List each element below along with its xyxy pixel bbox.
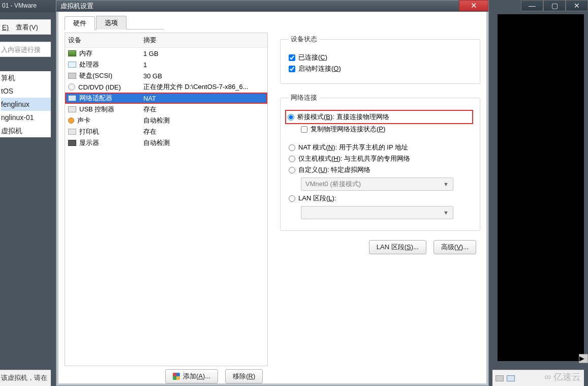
radio-lan-segment[interactable]: LAN 区段(L): xyxy=(289,194,472,203)
chevron-down-icon: ▼ xyxy=(443,181,449,187)
vm-tree[interactable]: 算机 tOS fenglinux nglinux-01 虚拟机 xyxy=(0,71,51,137)
radio-bridged-input[interactable] xyxy=(288,114,294,121)
vm-settings-dialog: 虚拟机设置 ✕ 硬件 选项 设备 摘要 内存 1 GB xyxy=(56,0,489,386)
radio-host-only[interactable]: 仅主机模式(H): 与主机共享的专用网络 xyxy=(289,154,472,163)
parent-close-button[interactable]: ✕ xyxy=(566,0,588,11)
disk-icon xyxy=(68,73,76,79)
status-bar-left: 该虚拟机，请在 xyxy=(0,370,51,386)
advanced-button[interactable]: 高级(V)... xyxy=(434,240,476,254)
tree-item[interactable]: 算机 xyxy=(1,71,51,84)
checkbox-connect-at-power-on-input[interactable] xyxy=(289,66,295,72)
parent-window-title: 01 - VMware xyxy=(0,0,56,12)
parent-menu-bar[interactable]: E) 查看(V) xyxy=(0,19,51,35)
radio-nat[interactable]: NAT 模式(N): 用于共享主机的 IP 地址 xyxy=(289,143,472,152)
uac-shield-icon xyxy=(173,373,180,380)
memory-icon xyxy=(68,50,76,56)
network-connection-legend: 网络连接 xyxy=(289,93,319,102)
device-row-sound[interactable]: 声卡 自动检测 xyxy=(65,115,267,126)
tree-item[interactable]: nglinux-01 xyxy=(1,111,51,124)
device-row-printer[interactable]: 打印机 存在 xyxy=(65,126,267,137)
disk-icon xyxy=(496,375,504,381)
net-icon xyxy=(507,375,515,381)
usb-icon xyxy=(68,106,76,112)
watermark: ∞ 亿速云 xyxy=(544,371,581,383)
tab-hardware[interactable]: 硬件 xyxy=(65,16,95,30)
radio-host-only-input[interactable] xyxy=(289,156,295,162)
sound-icon xyxy=(68,117,74,124)
radio-bridged[interactable]: 桥接模式(B): 直接连接物理网络 xyxy=(287,111,472,123)
device-status-group: 设备状态 已连接(C) 启动时连接(O) xyxy=(280,35,480,84)
device-list[interactable]: 设备 摘要 内存 1 GB 处理器 1 硬盘(SCSI) 30 GB xyxy=(65,33,268,366)
tree-item[interactable]: 虚拟机 xyxy=(1,124,51,137)
search-input[interactable]: 入内容进行搜 xyxy=(0,42,51,57)
custom-vmnet-select: VMnet0 (桥接模式) ▼ xyxy=(301,177,453,191)
device-list-header: 设备 摘要 xyxy=(65,33,267,48)
header-summary: 摘要 xyxy=(140,33,267,47)
printer-icon xyxy=(68,129,76,135)
dialog-close-button[interactable]: ✕ xyxy=(459,0,488,11)
radio-nat-input[interactable] xyxy=(289,144,295,151)
vm-console-area: ▶ xyxy=(498,14,584,361)
cd-icon xyxy=(68,83,75,91)
lan-segments-button[interactable]: LAN 区段(S)... xyxy=(369,240,426,254)
minimize-button[interactable]: — xyxy=(521,0,543,11)
checkbox-connected-input[interactable] xyxy=(289,54,295,61)
header-device: 设备 xyxy=(65,33,140,47)
remove-device-button[interactable]: 移除(R) xyxy=(225,369,263,383)
device-row-disk[interactable]: 硬盘(SCSI) 30 GB xyxy=(65,70,267,81)
network-connection-group: 网络连接 桥接模式(B): 直接连接物理网络 复制物理网络连接状态(P) NAT… xyxy=(280,93,480,231)
checkbox-connect-at-power-on[interactable]: 启动时连接(O) xyxy=(289,64,472,73)
cpu-icon xyxy=(68,62,76,68)
device-row-display[interactable]: 显示器 自动检测 xyxy=(65,137,267,149)
chevron-down-icon: ▼ xyxy=(443,210,449,216)
display-icon xyxy=(68,140,76,146)
menu-view[interactable]: 查看(V) xyxy=(16,23,38,31)
add-device-button[interactable]: 添加(A)... xyxy=(165,369,218,383)
device-status-legend: 设备状态 xyxy=(289,35,319,44)
menu-edit[interactable]: E) xyxy=(2,23,9,31)
radio-custom-input[interactable] xyxy=(289,167,295,173)
device-row-usb[interactable]: USB 控制器 存在 xyxy=(65,104,267,115)
device-row-memory[interactable]: 内存 1 GB xyxy=(65,48,267,59)
dialog-titlebar[interactable]: 虚拟机设置 ✕ xyxy=(56,1,488,12)
custom-vmnet-value: VMnet0 (桥接模式) xyxy=(305,180,361,189)
device-row-cpu[interactable]: 处理器 1 xyxy=(65,59,267,70)
dialog-tabs: 硬件 选项 xyxy=(65,16,486,29)
tab-options[interactable]: 选项 xyxy=(96,16,127,29)
radio-lan-segment-input[interactable] xyxy=(289,195,295,202)
tree-item[interactable]: fenglinux xyxy=(1,98,51,111)
device-row-cdrom[interactable]: CD/DVD (IDE) 正在使用文件 D:\CentOS-7-x86_6... xyxy=(65,81,267,93)
checkbox-replicate-physical[interactable]: 复制物理网络连接状态(P) xyxy=(301,125,472,134)
network-icon xyxy=(68,95,76,101)
scroll-corner[interactable]: ▶ xyxy=(579,354,588,363)
checkbox-replicate-physical-input[interactable] xyxy=(301,126,307,133)
lan-segment-select: ▼ xyxy=(301,206,453,219)
parent-window-controls: — ▢ ✕ xyxy=(521,0,588,11)
maximize-button[interactable]: ▢ xyxy=(543,0,566,11)
radio-custom[interactable]: 自定义(U): 特定虚拟网络 xyxy=(289,165,472,174)
dialog-title: 虚拟机设置 xyxy=(60,2,94,11)
tree-item[interactable]: tOS xyxy=(1,84,51,98)
checkbox-connected[interactable]: 已连接(C) xyxy=(289,53,472,62)
device-row-network[interactable]: 网络适配器 NAT xyxy=(65,93,267,104)
